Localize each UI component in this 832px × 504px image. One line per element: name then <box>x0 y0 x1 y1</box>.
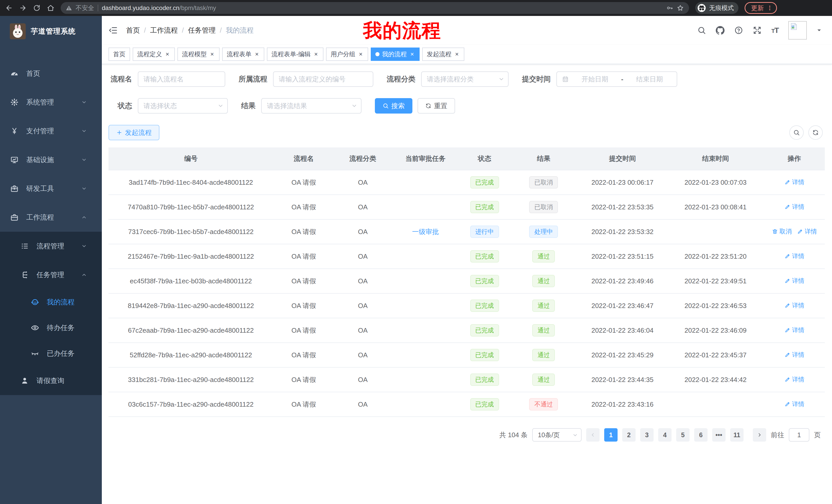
tab-4[interactable]: 流程表单× <box>222 48 264 61</box>
address-bar[interactable]: 不安全 dashboard.yudao.iocoder.cn/bpm/task/… <box>61 2 689 14</box>
bookmark-star-icon[interactable] <box>677 4 684 11</box>
sidebar-item-11[interactable]: 已办任务 <box>0 341 102 366</box>
page-button-1[interactable]: 1 <box>604 428 618 442</box>
tab-close-icon[interactable]: × <box>358 51 364 58</box>
sidebar-item-2[interactable]: 系统管理 <box>0 88 102 117</box>
reload-icon[interactable] <box>33 4 41 12</box>
page-button-2[interactable]: 2 <box>622 428 635 442</box>
sidebar-item-1[interactable]: 首页 <box>0 59 102 88</box>
breadcrumb-item-1[interactable]: 首页 <box>126 26 140 35</box>
process-def-input[interactable] <box>273 72 373 87</box>
home-icon[interactable] <box>47 4 54 12</box>
tab-close-icon[interactable]: × <box>409 51 415 58</box>
column-header: 当前审批任务 <box>391 147 460 170</box>
breadcrumb-item-2[interactable]: 工作流程 <box>150 26 178 35</box>
detail-action-link[interactable]: 详情 <box>784 301 805 310</box>
chevron-right-icon <box>757 432 762 438</box>
forward-icon[interactable] <box>19 4 27 12</box>
sidebar-collapse-icon[interactable] <box>108 26 118 35</box>
tab-close-icon[interactable]: × <box>254 51 260 58</box>
app-logo[interactable]: 芋道管理系统 <box>0 16 102 47</box>
page-button-3[interactable]: 3 <box>640 428 654 442</box>
status-select[interactable] <box>138 98 228 114</box>
show-search-button[interactable] <box>789 125 804 140</box>
sidebar-item-label: 待办任务 <box>47 323 75 332</box>
prev-page-button[interactable] <box>586 428 600 442</box>
fullscreen-icon[interactable] <box>753 26 761 35</box>
tab-5[interactable]: 流程表单-编辑× <box>267 48 323 61</box>
tab-close-icon[interactable]: × <box>313 51 319 58</box>
detail-action-link[interactable]: 详情 <box>784 178 805 186</box>
page-ellipsis[interactable]: ••• <box>712 428 726 442</box>
tab-6[interactable]: 用户分组× <box>326 48 368 61</box>
sidebar-item-10[interactable]: 待办任务 <box>0 315 102 341</box>
status-badge: 已完成 <box>470 250 499 262</box>
tab-3[interactable]: 流程模型× <box>177 48 219 61</box>
cell-actions: 取消详情 <box>764 219 825 244</box>
page-size-select[interactable] <box>532 428 581 442</box>
result-select[interactable] <box>261 98 362 114</box>
page-button-6[interactable]: 6 <box>694 428 707 442</box>
sidebar-item-8[interactable]: 任务管理 <box>0 260 102 289</box>
tab-close-icon[interactable]: × <box>209 51 215 58</box>
detail-action-link[interactable]: 详情 <box>797 227 817 235</box>
breadcrumb-item-3[interactable]: 任务管理 <box>188 26 216 35</box>
sidebar-item-7[interactable]: 流程管理 <box>0 232 102 260</box>
font-size-icon[interactable]: TT <box>771 26 779 35</box>
cell-process-name: OA 请假 <box>273 170 334 195</box>
sidebar-item-9[interactable]: 我的流程 <box>0 289 102 315</box>
avatar[interactable] <box>788 21 807 39</box>
process-name-input[interactable] <box>138 72 225 87</box>
tab-close-icon[interactable]: × <box>164 51 170 58</box>
detail-action-link[interactable]: 详情 <box>784 351 805 359</box>
goto-page-input[interactable] <box>789 428 809 442</box>
page-button-5[interactable]: 5 <box>676 428 690 442</box>
github-icon[interactable] <box>716 26 725 35</box>
chrome-update-button[interactable]: 更新 <box>745 2 777 14</box>
cell-status: 已完成 <box>460 318 510 343</box>
tab-7[interactable]: 我的流程× <box>371 48 420 61</box>
calendar-icon <box>562 76 569 82</box>
cell-status: 进行中 <box>460 219 510 244</box>
sidebar-item-5[interactable]: 研发工具 <box>0 174 102 203</box>
detail-action-link[interactable]: 详情 <box>784 252 805 260</box>
category-select[interactable] <box>421 72 509 87</box>
cell-submit-time: 2022-01-22 23:49:46 <box>578 269 667 293</box>
sidebar-item-12[interactable]: 请假查询 <box>0 366 102 395</box>
refresh-table-button[interactable] <box>808 125 823 140</box>
detail-action-link[interactable]: 详情 <box>784 203 805 211</box>
create-process-button[interactable]: 发起流程 <box>108 125 159 140</box>
incognito-badge: 无痕模式 <box>695 2 738 14</box>
filter-status: 状态 <box>108 98 228 114</box>
help-icon[interactable] <box>734 26 743 35</box>
avatar-caret-icon[interactable] <box>816 28 822 33</box>
tab-8[interactable]: 发起流程× <box>422 48 464 61</box>
detail-action-link[interactable]: 详情 <box>784 400 805 408</box>
detail-action-link[interactable]: 详情 <box>784 375 805 384</box>
page-button-4[interactable]: 4 <box>658 428 672 442</box>
header-search-icon[interactable] <box>697 26 706 35</box>
tab-2[interactable]: 流程定义× <box>133 48 175 61</box>
sidebar-item-4[interactable]: 基础设施 <box>0 145 102 174</box>
current-task-link[interactable]: 一级审批 <box>412 228 439 235</box>
next-page-button[interactable] <box>753 428 766 442</box>
cancel-action-link[interactable]: 取消 <box>772 227 792 235</box>
search-icon <box>793 129 800 136</box>
page-button-11[interactable]: 11 <box>730 428 744 442</box>
cell-submit-time: 2022-01-22 23:51:15 <box>578 244 667 269</box>
search-button[interactable]: 搜索 <box>375 98 412 114</box>
date-range-picker[interactable]: 开始日期 - 结束日期 <box>556 72 677 87</box>
reset-button[interactable]: 重置 <box>418 98 455 114</box>
column-header: 结果 <box>510 147 578 170</box>
cell-current-task <box>391 318 460 343</box>
browser-menu-icon[interactable] <box>767 5 773 11</box>
tab-close-icon[interactable]: × <box>454 51 460 58</box>
user-icon <box>21 376 29 385</box>
back-icon[interactable] <box>5 4 13 12</box>
sidebar-item-3[interactable]: 支付管理 <box>0 117 102 145</box>
detail-action-link[interactable]: 详情 <box>784 326 805 334</box>
sidebar-item-6[interactable]: 工作流程 <box>0 203 102 232</box>
password-key-icon[interactable] <box>667 5 673 11</box>
detail-action-link[interactable]: 详情 <box>784 277 805 285</box>
tab-1[interactable]: 首页 <box>108 48 130 61</box>
